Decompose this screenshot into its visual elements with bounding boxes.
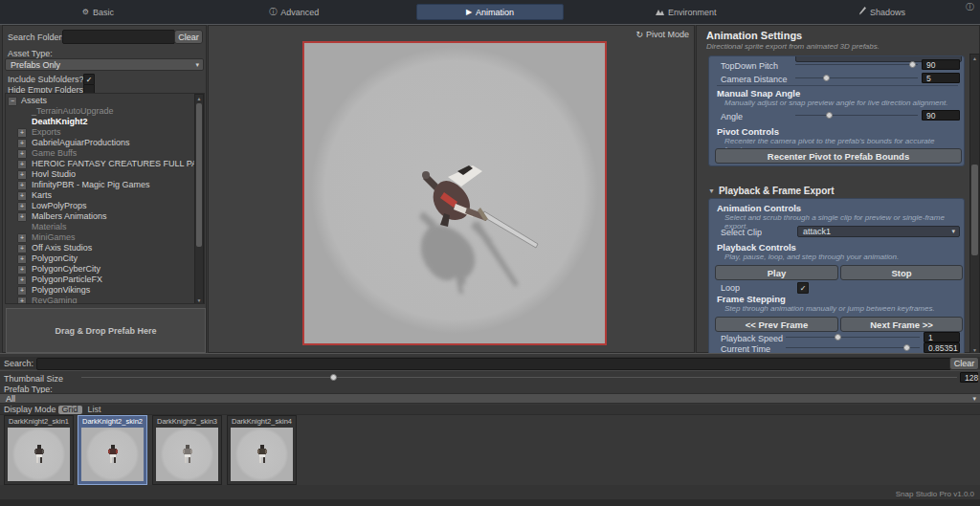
play-button[interactable]: Play xyxy=(715,265,838,280)
settings-scrollbar[interactable]: ▲ ▼ xyxy=(969,54,980,355)
playback-speed-slider[interactable] xyxy=(786,333,920,341)
tree-item-selected[interactable]: DeathKnight2 xyxy=(6,117,204,127)
tab-animation[interactable]: ▶ Animation xyxy=(392,0,589,24)
tree-item[interactable]: +RevGaming xyxy=(6,296,204,304)
help-info-icon[interactable]: ⓘ xyxy=(966,1,974,13)
tab-environment[interactable]: Environment xyxy=(588,0,784,24)
thumbnail-card-selected[interactable]: DarkKnight2_skin2 xyxy=(78,415,147,485)
tree-item[interactable]: +Off Axis Studios xyxy=(6,243,204,253)
expand-icon[interactable]: + xyxy=(17,181,27,190)
current-time-value[interactable]: 0.85351 xyxy=(924,342,960,353)
tree-item[interactable]: Materials xyxy=(6,222,204,232)
asset-search-input[interactable] xyxy=(36,358,951,370)
expand-icon[interactable]: + xyxy=(17,233,27,243)
expand-icon[interactable]: + xyxy=(17,286,27,296)
topdown-pitch-value[interactable]: 90 xyxy=(922,59,960,70)
loop-checkbox[interactable]: ✓ xyxy=(797,282,809,294)
pivot-mode-toggle[interactable]: ↻ Pivot Mode xyxy=(635,29,689,40)
asset-type-label: Asset Type: xyxy=(8,49,53,58)
expand-icon[interactable]: + xyxy=(17,160,27,169)
current-time-slider[interactable] xyxy=(786,343,920,352)
slider-track[interactable] xyxy=(786,337,920,338)
tree-item[interactable]: +Exports xyxy=(6,127,204,138)
tree-scrollbar[interactable]: ▲ ▼ xyxy=(194,94,204,304)
slider-knob[interactable] xyxy=(823,75,830,81)
recenter-pivot-button[interactable]: Recenter Pivot to Prefab Bounds xyxy=(715,148,962,164)
expand-icon[interactable]: + xyxy=(17,244,27,253)
slider-knob[interactable] xyxy=(330,374,337,381)
expand-icon[interactable]: + xyxy=(17,297,27,304)
angle-slider[interactable] xyxy=(795,111,918,120)
expand-icon[interactable]: + xyxy=(17,265,27,275)
prefab-drop-zone[interactable]: Drag & Drop Prefab Here xyxy=(6,308,206,353)
expand-icon[interactable]: + xyxy=(17,202,27,211)
slider-track[interactable] xyxy=(795,64,918,65)
expand-icon[interactable]: + xyxy=(17,149,27,159)
expand-icon[interactable]: + xyxy=(17,128,27,138)
grid-mode-button[interactable]: Grid xyxy=(58,406,82,414)
slider-track[interactable] xyxy=(795,115,918,116)
playback-frame-export-foldout[interactable]: ▼ Playback & Frame Export xyxy=(708,186,835,196)
thumbnail-card[interactable]: DarkKnight2_skin1 xyxy=(4,415,74,485)
expand-icon[interactable]: + xyxy=(17,275,27,285)
stop-button[interactable]: Stop xyxy=(840,265,963,280)
scroll-up-icon[interactable]: ▲ xyxy=(195,96,203,101)
tree-item[interactable]: +LowPolyProps xyxy=(6,201,204,211)
camera-distance-value[interactable]: 5 xyxy=(922,73,960,83)
playback-speed-value[interactable]: 1 xyxy=(924,332,960,342)
render-viewport[interactable] xyxy=(302,41,607,345)
expand-icon[interactable]: + xyxy=(17,254,27,264)
thumbnail-size-value[interactable]: 128 xyxy=(960,372,978,383)
prefab-type-dropdown[interactable]: All ▾ xyxy=(0,393,980,404)
expand-icon[interactable]: + xyxy=(17,139,27,148)
thumbnail-card[interactable]: DarkKnight2_skin4 xyxy=(227,415,297,485)
collapse-icon[interactable]: − xyxy=(8,97,17,106)
angle-value[interactable]: 90 xyxy=(922,110,960,121)
expand-icon[interactable]: + xyxy=(17,170,27,180)
tree-item[interactable]: +Game Buffs xyxy=(6,148,204,159)
tree-item[interactable]: +Malbers Animations xyxy=(6,211,204,222)
search-folders-input[interactable] xyxy=(62,30,175,44)
scroll-down-icon[interactable]: ▼ xyxy=(195,297,203,303)
slider-knob[interactable] xyxy=(826,112,833,119)
prev-frame-button[interactable]: << Prev Frame xyxy=(715,317,838,332)
camera-distance-slider[interactable] xyxy=(795,74,918,82)
tree-item[interactable]: +InfinityPBR - Magic Pig Games xyxy=(6,180,204,190)
slider-knob[interactable] xyxy=(835,334,841,341)
tree-item[interactable]: +PolygonCity xyxy=(6,253,204,264)
tree-item-assets[interactable]: − Assets xyxy=(6,96,204,106)
tree-item[interactable]: +PolygonCyberCity xyxy=(6,264,204,275)
slider-knob[interactable] xyxy=(909,61,916,68)
scrollbar-thumb[interactable] xyxy=(971,165,978,255)
list-mode-button[interactable]: List xyxy=(84,406,105,414)
slider-track[interactable] xyxy=(795,77,918,78)
scrollbar-thumb[interactable] xyxy=(196,103,202,247)
tree-item[interactable]: _TerrainAutoUpgrade xyxy=(6,106,204,117)
clear-search-button[interactable]: Clear xyxy=(949,357,979,370)
tree-item[interactable]: +PolygonVikings xyxy=(6,285,204,296)
tree-item[interactable]: +GabrielAguiarProductions xyxy=(6,138,204,148)
tab-shadows[interactable]: Shadows xyxy=(784,0,980,24)
foldout-arrow-icon: ▼ xyxy=(708,187,715,194)
slider-track[interactable] xyxy=(786,347,920,348)
tree-item[interactable]: +Hovl Studio xyxy=(6,169,204,180)
tree-item[interactable]: +Karts xyxy=(6,190,204,201)
asset-type-dropdown[interactable]: Prefabs Only ▾ xyxy=(5,58,204,71)
clear-folders-button[interactable]: Clear xyxy=(174,30,203,44)
tab-basic[interactable]: ⚙ Basic xyxy=(0,0,196,24)
expand-icon[interactable]: + xyxy=(17,191,27,201)
thumbnail-card[interactable]: DarkKnight2_skin3 xyxy=(152,415,222,485)
slider-track[interactable] xyxy=(81,377,957,378)
next-frame-button[interactable]: Next Frame >> xyxy=(840,317,963,332)
animation-settings-panel: Animation Settings Directional sprite ex… xyxy=(696,25,980,353)
tree-item[interactable]: +HEROIC FANTASY CREATURES FULL PACK VOL … xyxy=(6,159,204,169)
expand-icon[interactable]: + xyxy=(17,212,27,222)
scroll-up-icon[interactable]: ▲ xyxy=(970,55,979,61)
thumbnail-size-slider[interactable] xyxy=(81,373,957,382)
tab-advanced[interactable]: ⓘ Advanced xyxy=(196,0,392,24)
tree-item[interactable]: +PolygonParticleFX xyxy=(6,275,204,285)
tree-item[interactable]: +MiniGames xyxy=(6,232,204,243)
clip-dropdown[interactable]: attack1 ▾ xyxy=(797,226,960,237)
slider-knob[interactable] xyxy=(903,344,910,351)
topdown-pitch-slider[interactable] xyxy=(795,60,918,69)
